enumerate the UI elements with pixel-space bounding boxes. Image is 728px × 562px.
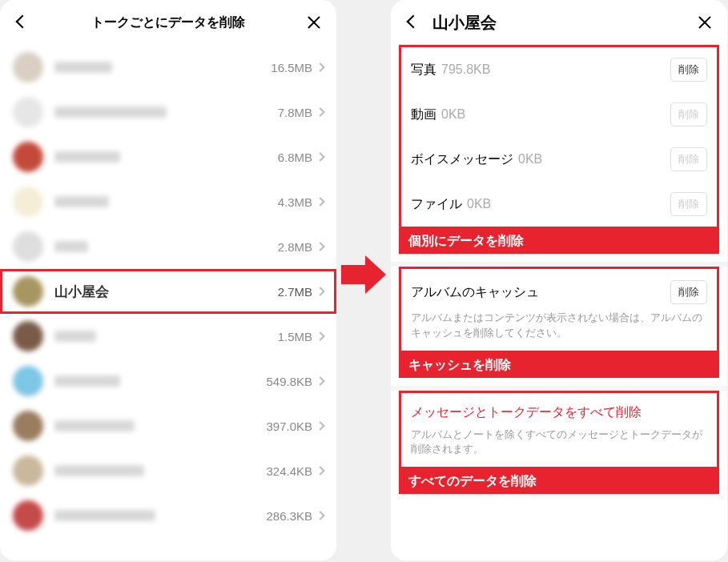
delete-button: 削除 [670, 102, 707, 126]
data-type-label: ファイル [411, 196, 462, 213]
data-type-label: 動画 [411, 106, 436, 123]
page-title: 山小屋会 [432, 12, 497, 34]
talk-name: 山小屋会 [54, 283, 278, 301]
data-type-row: 動画0KB削除 [401, 92, 717, 137]
data-type-size: 0KB [441, 107, 465, 122]
avatar [13, 276, 43, 307]
talk-size: 16.5MB [271, 61, 312, 74]
close-button[interactable] [303, 11, 325, 34]
talk-size: 397.0KB [266, 419, 312, 433]
data-type-label: 写真 [411, 62, 436, 78]
talk-size: 2.8MB [278, 240, 312, 254]
talk-row[interactable]: 1.5MB [0, 314, 336, 359]
chevron-left-icon [18, 15, 27, 30]
data-type-row: ファイル0KB削除 [401, 182, 717, 227]
talk-size: 6.8MB [278, 151, 312, 164]
chevron-right-icon [316, 197, 324, 206]
data-type-size: 0KB [518, 152, 542, 167]
header: 山小屋会 [391, 0, 727, 45]
caption-delete-all: すべてのデータを削除 [399, 469, 719, 494]
chevron-right-icon [316, 107, 324, 116]
back-button[interactable] [402, 11, 424, 34]
talk-size: 1.5MB [278, 330, 312, 343]
arrow-right-icon [341, 252, 386, 297]
chevron-left-icon [408, 15, 418, 30]
arrow-annotation [343, 0, 384, 560]
chevron-right-icon [316, 331, 324, 340]
avatar [13, 52, 43, 82]
chevron-right-icon [316, 421, 324, 430]
talk-row[interactable]: 2.8MB [0, 224, 336, 269]
delete-album-cache-button[interactable]: 削除 [670, 280, 707, 304]
chevron-right-icon [316, 287, 324, 295]
avatar [13, 456, 43, 486]
avatar [13, 500, 43, 531]
talk-size: 4.3MB [278, 195, 312, 209]
album-cache-description: アルバムまたはコンテンツが表示されない場合は、アルバムのキャッシュを削除してくだ… [401, 307, 717, 351]
talk-name [54, 510, 155, 521]
avatar [13, 366, 43, 396]
delete-button[interactable]: 削除 [670, 58, 707, 82]
talk-size: 549.8KB [266, 375, 312, 388]
talk-row[interactable]: 4.3MB [0, 179, 336, 224]
avatar [13, 187, 43, 217]
talk-row[interactable]: 324.4KB [0, 448, 336, 493]
album-cache-label: アルバムのキャッシュ [411, 284, 539, 301]
data-type-size: 0KB [467, 197, 491, 211]
talk-row[interactable]: 山小屋会2.7MB [0, 269, 336, 314]
talk-size: 2.7MB [278, 285, 312, 299]
caption-cache-delete: キャッシュを削除 [399, 353, 719, 378]
data-type-row: 写真795.8KB削除 [401, 47, 717, 92]
close-button[interactable] [694, 11, 716, 34]
caption-individual-delete: 個別にデータを削除 [399, 229, 719, 254]
talk-name [54, 420, 135, 432]
delete-all-description: アルバムとノートを除くすべてのメッセージとトークデータが削除されます。 [401, 424, 717, 468]
talk-name [54, 196, 109, 207]
talk-row[interactable]: 6.8MB [0, 134, 336, 179]
header: トークごとにデータを削除 [0, 0, 336, 45]
talk-size: 7.8MB [278, 106, 312, 119]
avatar [13, 142, 43, 172]
talk-name [54, 106, 167, 118]
right-phone-screen: 山小屋会 写真795.8KB削除動画0KB削除ボイスメッセージ0KB削除ファイル… [391, 0, 727, 560]
data-type-box: 写真795.8KB削除動画0KB削除ボイスメッセージ0KB削除ファイル0KB削除 [399, 45, 719, 229]
avatar [13, 97, 43, 127]
delete-button: 削除 [670, 147, 707, 171]
avatar [13, 231, 43, 262]
talk-name [54, 241, 88, 252]
talk-row[interactable]: 286.3KB [0, 493, 336, 538]
chevron-right-icon [316, 466, 324, 475]
content: 写真795.8KB削除動画0KB削除ボイスメッセージ0KB削除ファイル0KB削除… [391, 45, 727, 494]
talk-size: 324.4KB [266, 464, 312, 478]
chevron-right-icon [316, 376, 324, 385]
talk-row[interactable]: 7.8MB [0, 90, 336, 134]
data-type-row: ボイスメッセージ0KB削除 [401, 137, 717, 182]
talk-row[interactable]: 549.8KB [0, 359, 336, 403]
delete-all-box: メッセージとトークデータをすべて削除 アルバムとノートを除くすべてのメッセージと… [399, 391, 719, 470]
page-title: トークごとにデータを削除 [0, 14, 336, 31]
close-icon [698, 15, 712, 30]
delete-all-title[interactable]: メッセージとトークデータをすべて削除 [401, 393, 717, 424]
back-button[interactable] [11, 11, 34, 34]
chevron-right-icon [316, 152, 324, 161]
delete-button: 削除 [670, 192, 707, 216]
chevron-right-icon [316, 62, 324, 71]
talk-name [54, 331, 96, 342]
talk-name [54, 151, 120, 163]
data-type-label: ボイスメッセージ [411, 151, 513, 168]
close-icon [307, 15, 321, 30]
left-phone-screen: トークごとにデータを削除 16.5MB7.8MB6.8MB4.3MB2.8MB山… [0, 0, 336, 560]
talk-name [54, 62, 112, 73]
chevron-right-icon [316, 242, 324, 251]
talk-name [54, 375, 120, 387]
avatar [13, 411, 43, 441]
talk-row[interactable]: 397.0KB [0, 403, 336, 448]
talk-name [54, 465, 144, 476]
avatar [13, 321, 43, 351]
talk-list: 16.5MB7.8MB6.8MB4.3MB2.8MB山小屋会2.7MB1.5MB… [0, 45, 336, 538]
chevron-right-icon [316, 511, 324, 520]
data-type-size: 795.8KB [441, 62, 490, 77]
talk-row[interactable]: 16.5MB [0, 45, 336, 90]
svg-marker-0 [341, 255, 386, 294]
talk-size: 286.3KB [266, 509, 312, 523]
